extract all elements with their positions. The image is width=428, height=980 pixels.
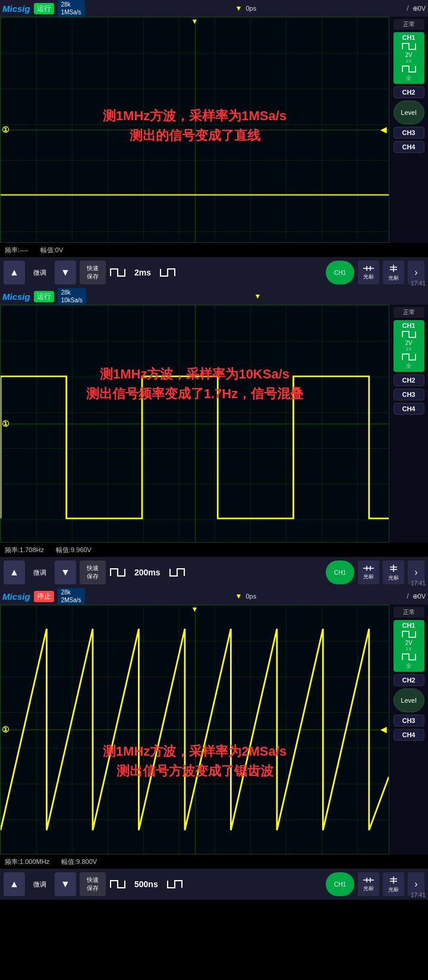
time-div-display-1: 2ms [130,261,156,284]
controls-wrapper-3: ▲ 微调 ▼ 快速 保存 500ns CH1 光标 光标 › [0,869,428,900]
trigger-mode-1: 正常 [394,19,424,30]
ch1-level-indicator-2: ① [2,419,10,428]
ch1-button-2[interactable]: CH1 2V 1X 全 [394,320,424,372]
freq-display-2: 频率:1.708Hz [5,546,44,555]
controls-wrapper-1: ▲ 微调 ▼ 快速 保存 2ms CH1 光标 光标 [0,257,428,288]
h-marker-button-2[interactable]: 光标 [358,561,379,584]
header-bar-1: Micsig 运行 28k 1MSa/s ▼ 0ps / ⊕0V [0,0,428,17]
timestamp-2: 17:41 [411,580,426,587]
header-bar-3: Micsig 停止 28k 2MSa/s ▼ 0ps / ⊕0V [0,588,428,605]
amp-display-2: 幅值:9.960V [56,546,92,555]
ch1-button-1[interactable]: CH1 2V 1X 全 [394,32,424,84]
trigger-arrow-3: ◄ [378,724,389,736]
timestamp-3: 17:41 [411,892,426,898]
freq-display-3: 频率:1.000MHz [5,857,49,866]
display-area-2: ① 测1MHz方波，采样率为10KSa/s 测出信号频率变成了1.7Hz，信号混… [0,305,428,543]
right-sidebar-3: 正常 CH1 2V 1X 全 CH2 Level CH3 [389,605,428,854]
ch1-wave-icon2-1 [401,64,417,74]
display-area-1: ▼ ① ◄ 测1MHz方波，采样率为1MSa/s 测出的信号变成了直线 正常 C… [0,17,428,243]
save-button-2[interactable]: 快速 保存 [80,561,106,584]
controls-bar-2: ▲ 微调 ▼ 快速 保存 200ms CH1 光标 光标 › [0,557,428,588]
ch1-wave-icon2-3 [401,652,417,662]
up-button-3[interactable]: ▲ [4,872,25,896]
grid-center-v-3 [195,605,196,854]
ch4-button-1[interactable]: CH4 [394,141,424,153]
ch1-ctrl-button-3[interactable]: CH1 [326,872,354,896]
time-div-display-2: 200ms [130,561,165,584]
ch1-wave-icon-3 [401,629,417,640]
right-sidebar-2: 正常 CH1 2V 1X 全 CH2 CH3 CH4 [389,305,428,543]
trigger-mode-3: 正常 [394,607,424,618]
info-bar-3: 频率:1.000MHz 幅值:9.800V [0,854,428,869]
right-sidebar-1: 正常 CH1 2V 1X 全 CH2 Level [389,17,428,243]
ch3-button-3[interactable]: CH3 [394,715,424,727]
display-area-3: ▼ ① ◄ 测1MHz方波，采样率为2MSa/s 测出信号方波变成了锯齿波 正常… [0,605,428,854]
square-wave-right-2 [169,566,185,578]
grid-center-v-1 [195,17,196,242]
ch1-button-3[interactable]: CH1 2V 1X 全 [394,620,424,672]
level-button-3[interactable]: Level [394,688,424,712]
ch4-button-3[interactable]: CH4 [394,729,424,741]
save-button-3[interactable]: 快速 保存 [80,872,106,896]
up-button-1[interactable]: ▲ [4,261,25,284]
header-sample-rate-2: 28k 10kSa/s [58,288,86,305]
controls-bar-1: ▲ 微调 ▼ 快速 保存 2ms CH1 光标 光标 [0,257,428,288]
scope-screen-1: ▼ ① ◄ 测1MHz方波，采样率为1MSa/s 测出的信号变成了直线 [0,17,389,243]
up-button-2[interactable]: ▲ [4,561,25,584]
ch1-wave-icon-2 [401,329,417,340]
down-button-2[interactable]: ▼ [55,561,76,584]
trigger-arrow-1: ◄ [378,124,389,136]
ch2-button-3[interactable]: CH2 [394,674,424,686]
ch2-button-1[interactable]: CH2 [394,86,424,98]
ch1-wave-icon-1 [401,41,417,52]
header-trigger-vol-3: ⊕0V [413,593,426,600]
brand-logo-2: Micsig [2,292,30,302]
time-marker-1: ▼ [191,17,199,26]
header-bar-2: Micsig 运行 28k 10kSa/s ▼ [0,288,428,305]
ch3-button-1[interactable]: CH3 [394,127,424,139]
amp-display-1: 幅值:0V [40,246,64,255]
v-marker-button-1[interactable]: 光标 [383,261,404,284]
header-sample-rate-1: 28k 1MSa/s [58,0,85,17]
h-marker-button-1[interactable]: 光标 [358,261,379,284]
ch4-button-2[interactable]: CH4 [394,403,424,415]
oscilloscope-panel-3: Micsig 停止 28k 2MSa/s ▼ 0ps / ⊕0V ▼ ① ◄ [0,588,428,900]
header-trigger-vol-1: ⊕0V [413,5,426,12]
ch1-level-indicator-1: ① [2,125,10,134]
square-wave-left-1 [109,267,126,278]
timestamp-1: 17:41 [411,280,426,287]
grid-center-v-2 [195,305,196,542]
time-div-display-3: 500ns [130,872,163,896]
header-time-offset-1: 0ps [246,5,256,12]
controls-bar-3: ▲ 微调 ▼ 快速 保存 500ns CH1 光标 光标 › [0,869,428,900]
time-marker-3: ▼ [191,605,199,613]
ch1-ctrl-button-2[interactable]: CH1 [326,561,354,584]
scope-screen-3: ▼ ① ◄ 测1MHz方波，采样率为2MSa/s 测出信号方波变成了锯齿波 [0,605,389,854]
ch1-ctrl-button-1[interactable]: CH1 [326,261,354,284]
header-time-offset-3: 0ps [246,593,256,600]
down-button-1[interactable]: ▼ [55,261,76,284]
scope-screen-2: ① 测1MHz方波，采样率为10KSa/s 测出信号频率变成了1.7Hz，信号混… [0,305,389,543]
trigger-mode-2: 正常 [394,307,424,318]
v-marker-button-2[interactable]: 光标 [383,561,404,584]
h-marker-button-3[interactable]: 光标 [358,872,379,896]
run-status-3[interactable]: 停止 [34,591,54,602]
level-button-1[interactable]: Level [394,101,424,124]
ch3-button-2[interactable]: CH3 [394,389,424,400]
oscilloscope-panel-2: Micsig 运行 28k 10kSa/s ▼ ① 测1MHz方波，采样率为10… [0,288,428,588]
v-marker-button-3[interactable]: 光标 [383,872,404,896]
down-button-3[interactable]: ▼ [55,872,76,896]
run-status-1[interactable]: 运行 [34,3,54,14]
square-wave-left-2 [109,566,126,578]
info-bar-1: 频率:---- 幅值:0V [0,243,428,257]
ch1-wave-icon2-2 [401,352,417,362]
controls-wrapper-2: ▲ 微调 ▼ 快速 保存 200ms CH1 光标 光标 › [0,557,428,588]
ch2-button-2[interactable]: CH2 [394,374,424,386]
run-status-2[interactable]: 运行 [34,291,54,302]
fine-tune-label-2: 微调 [29,561,51,584]
brand-logo-3: Micsig [2,591,30,602]
save-button-1[interactable]: 快速 保存 [80,261,106,284]
brand-logo-1: Micsig [2,4,30,14]
info-bar-2: 频率:1.708Hz 幅值:9.960V [0,543,428,557]
freq-display-1: 频率:---- [5,246,29,255]
